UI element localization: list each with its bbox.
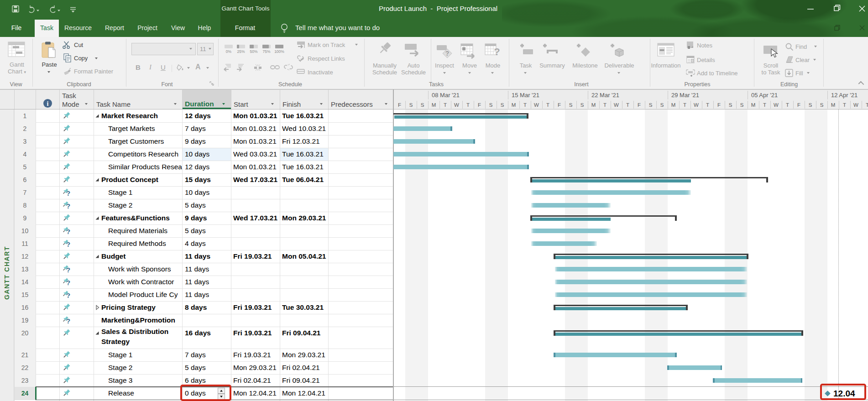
svg-text:?: ? [66, 266, 70, 274]
svg-text:?: ? [66, 279, 70, 286]
svg-text:?: ? [66, 228, 70, 235]
svg-text:?: ? [66, 240, 70, 248]
svg-text:?: ? [66, 292, 70, 299]
svg-text:i: i [47, 100, 49, 107]
svg-text:?: ? [445, 50, 450, 57]
svg-text:?: ? [66, 317, 70, 325]
svg-text:?: ? [494, 46, 500, 57]
svg-text:?: ? [66, 202, 70, 210]
svg-text:?: ? [66, 189, 70, 197]
